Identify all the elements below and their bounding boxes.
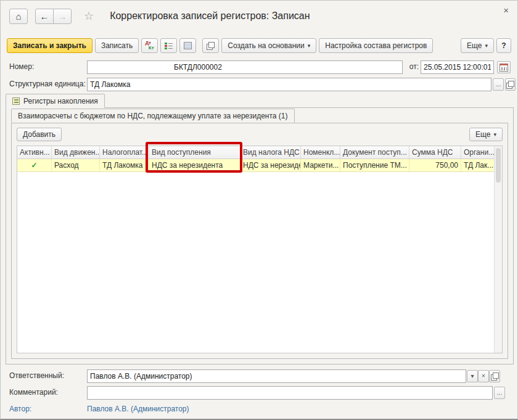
create-on-basis-button[interactable]: Создать на основании ▾ xyxy=(221,38,316,53)
register-panel: Добавить Еще ▾ Активн... Вид движен... Н… xyxy=(11,123,508,359)
spreadsheet-icon xyxy=(184,42,192,49)
responsible-dropdown-button[interactable]: ▾ xyxy=(467,370,478,382)
unit-label: Структурная единица: xyxy=(9,80,86,89)
grid-toolbar: Добавить Еще ▾ xyxy=(17,127,503,142)
number-label: Номер: xyxy=(9,62,34,72)
responsible-input[interactable] xyxy=(87,369,466,383)
comment-input[interactable] xyxy=(87,386,493,400)
chevron-down-icon: ▾ xyxy=(493,131,496,138)
date-label: от: xyxy=(403,62,419,72)
cell-active: ✓ xyxy=(17,159,52,171)
comment-label: Комментарий: xyxy=(9,388,58,398)
dtkt-icon: Дт Кт xyxy=(145,41,154,51)
column-header-movement[interactable]: Вид движен... xyxy=(52,146,100,159)
comment-choose-button[interactable]: ... xyxy=(494,387,505,399)
more-button[interactable]: Еще ▾ xyxy=(461,38,494,53)
cell-nomenclature: Маркети... xyxy=(301,159,340,171)
column-header-active[interactable]: Активн... xyxy=(17,146,52,159)
column-header-vat-amount[interactable]: Сумма НДС xyxy=(409,146,461,159)
back-icon: ← xyxy=(40,11,49,22)
kt-label: Кт xyxy=(148,46,154,51)
chevron-down-icon: ▾ xyxy=(308,43,311,49)
cell-movement: Расход xyxy=(52,159,100,171)
table-header: Активн... Вид движен... Налогоплат... Ви… xyxy=(17,146,494,159)
tab-register-vat-nonresident[interactable]: Взаиморасчеты с бюджетом по НДС, подлежа… xyxy=(11,109,295,123)
history-nav: ← → xyxy=(35,9,72,24)
responsible-label: Ответственный: xyxy=(9,371,64,381)
tab-accumulation-registers[interactable]: Регистры накопления xyxy=(6,94,105,108)
copy-button[interactable] xyxy=(202,38,219,53)
register-settings-button[interactable]: Настройка состава регистров xyxy=(319,38,433,53)
column-header-nomenclature[interactable]: Номенкл... xyxy=(301,146,340,159)
column-header-organization[interactable]: Органи... xyxy=(461,146,494,159)
open-icon xyxy=(491,373,499,381)
column-header-vat-kind[interactable]: Вид налога НДС xyxy=(240,146,301,159)
date-picker-button[interactable] xyxy=(497,61,511,73)
report-button[interactable] xyxy=(179,38,196,53)
grid-more-button[interactable]: Еще ▾ xyxy=(469,128,503,141)
calendar-icon xyxy=(500,64,508,72)
number-input[interactable] xyxy=(87,60,403,74)
column-header-receipt-type[interactable]: Вид поступления xyxy=(149,146,240,159)
tab-register-label: Взаиморасчеты с бюджетом по НДС, подлежа… xyxy=(18,112,288,120)
table-row[interactable]: ✓ Расход ТД Лакомка НДС за нерезидента Н… xyxy=(17,159,494,172)
forward-icon: → xyxy=(58,11,67,22)
open-icon xyxy=(506,81,514,89)
unit-choose-button[interactable]: ... xyxy=(493,78,504,91)
create-on-basis-label: Создать на основании xyxy=(228,41,305,50)
cell-organization: ТД Лак... xyxy=(461,159,494,171)
author-label: Автор: xyxy=(9,405,31,414)
favorite-star-icon[interactable]: ☆ xyxy=(84,10,94,22)
cell-vat-kind: НДС за нерезиде... xyxy=(240,159,301,171)
column-header-document[interactable]: Документ поступ... xyxy=(340,146,409,159)
more-label: Еще xyxy=(467,41,482,50)
unit-input[interactable] xyxy=(87,78,491,91)
cell-taxpayer: ТД Лакомка xyxy=(100,159,149,171)
author-link[interactable]: Павлов А.В. (Администратор) xyxy=(87,405,189,413)
cell-receipt-type: НДС за нерезидента xyxy=(149,159,240,171)
grid-more-label: Еще xyxy=(475,130,490,139)
chevron-down-icon: ▾ xyxy=(485,43,488,49)
toolbar: Записать и закрыть Записать Дт Кт Создат… xyxy=(1,36,517,55)
column-header-taxpayer[interactable]: Налогоплат... xyxy=(100,146,149,159)
date-input[interactable] xyxy=(421,60,494,74)
cell-vat-amount: 750,00 xyxy=(409,159,461,171)
back-button[interactable]: ← xyxy=(35,9,54,24)
vertical-scrollbar[interactable] xyxy=(494,146,502,353)
responsible-clear-button[interactable]: × xyxy=(478,370,489,382)
unit-open-button[interactable] xyxy=(505,78,516,91)
register-icon xyxy=(12,97,20,105)
responsible-open-button[interactable] xyxy=(489,370,500,382)
add-row-button[interactable]: Добавить xyxy=(17,128,62,141)
home-icon: ⌂ xyxy=(15,11,21,22)
copy-icon xyxy=(207,42,215,50)
movements-list-button[interactable] xyxy=(160,38,177,53)
accumulation-registers-panel: Взаиморасчеты с бюджетом по НДС, подлежа… xyxy=(6,107,514,364)
app-window: ⌂ ← → ☆ Корректировка записей регистров:… xyxy=(0,0,518,420)
window-title: Корректировка записей регистров: Записан xyxy=(110,10,310,22)
titlebar: ⌂ ← → ☆ Корректировка записей регистров:… xyxy=(1,1,517,31)
help-button[interactable]: ? xyxy=(496,38,511,53)
checklist-icon xyxy=(165,42,173,49)
forward-button[interactable]: → xyxy=(53,9,72,24)
home-button[interactable]: ⌂ xyxy=(9,9,28,24)
document-movements-button[interactable]: Дт Кт xyxy=(141,38,158,53)
close-icon[interactable]: × xyxy=(503,6,509,15)
records-table: Активн... Вид движен... Налогоплат... Ви… xyxy=(17,146,503,353)
save-and-close-button[interactable]: Записать и закрыть xyxy=(7,38,92,53)
save-button[interactable]: Записать xyxy=(95,38,139,53)
tab-accumulation-label: Регистры накопления xyxy=(23,97,98,105)
scrollbar-thumb[interactable] xyxy=(496,148,501,183)
cell-document: Поступление ТМ... xyxy=(340,159,409,171)
